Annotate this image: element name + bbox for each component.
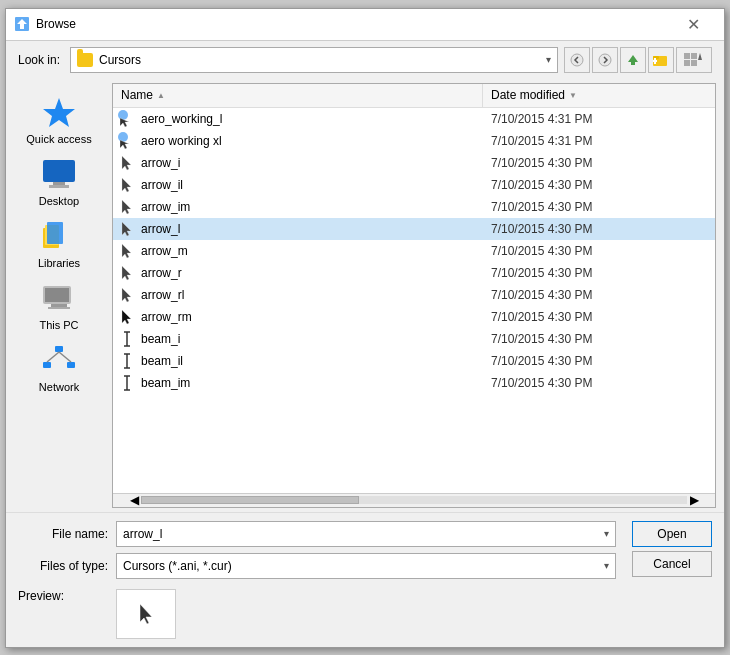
scroll-left-btn[interactable]: ◀ — [127, 493, 141, 507]
col-header-date[interactable]: Date modified ▼ — [483, 84, 715, 107]
cursor-arrow-icon — [117, 263, 137, 283]
svg-rect-20 — [51, 304, 67, 307]
cancel-button[interactable]: Cancel — [632, 551, 712, 577]
up-button[interactable] — [620, 47, 646, 73]
cursor-arrow-icon — [117, 175, 137, 195]
file-list-scroll[interactable]: aero_working_l 7/10/2015 4:31 PM aero wo… — [113, 108, 715, 493]
sidebar-item-quick-access[interactable]: Quick access — [14, 91, 104, 149]
sidebar-label: This PC — [39, 319, 78, 331]
cursor-arrow-icon — [117, 153, 137, 173]
desktop-icon — [39, 157, 79, 193]
file-name-cell: arrow_rl — [141, 288, 491, 302]
cursor-arrow-icon — [117, 219, 137, 239]
sidebar-item-this-pc[interactable]: This PC — [14, 277, 104, 335]
file-type-label: Files of type: — [18, 559, 108, 573]
table-row[interactable]: arrow_rl 7/10/2015 4:30 PM — [113, 284, 715, 306]
col-header-name[interactable]: Name ▲ — [113, 84, 483, 107]
table-row[interactable]: arrow_i 7/10/2015 4:30 PM — [113, 152, 715, 174]
views-button[interactable] — [676, 47, 712, 73]
browse-dialog: Browse ✕ Look in: Cursors ▾ — [5, 8, 725, 648]
open-button[interactable]: Open — [632, 521, 712, 547]
dialog-title: Browse — [36, 17, 670, 31]
action-buttons: Open Cancel — [632, 521, 712, 585]
look-in-label: Look in: — [18, 53, 60, 67]
new-folder-button[interactable] — [648, 47, 674, 73]
svg-rect-19 — [45, 288, 69, 302]
scroll-thumb[interactable] — [141, 496, 359, 504]
svg-rect-8 — [691, 53, 697, 59]
svg-rect-7 — [684, 53, 690, 59]
table-row[interactable]: arrow_r 7/10/2015 4:30 PM — [113, 262, 715, 284]
preview-box — [116, 589, 176, 639]
bottom-area: File name: ▾ Files of type: ▾ Open Canc — [6, 512, 724, 647]
svg-point-1 — [571, 54, 583, 66]
cursor-arrow-icon — [117, 241, 137, 261]
file-type-combo[interactable]: ▾ — [116, 553, 616, 579]
table-row[interactable]: beam_il 7/10/2015 4:30 PM — [113, 350, 715, 372]
file-type-input[interactable] — [123, 559, 604, 573]
file-name-cell: arrow_rm — [141, 310, 491, 324]
table-row[interactable]: aero_working_l 7/10/2015 4:31 PM — [113, 108, 715, 130]
file-name-cell: arrow_im — [141, 200, 491, 214]
sidebar-label: Network — [39, 381, 79, 393]
file-date-cell: 7/10/2015 4:30 PM — [491, 332, 711, 346]
file-date-cell: 7/10/2015 4:31 PM — [491, 112, 711, 126]
svg-line-25 — [47, 352, 59, 362]
network-icon — [39, 343, 79, 379]
file-name-combo[interactable]: ▾ — [116, 521, 616, 547]
computer-icon — [39, 281, 79, 317]
sort-arrow-icon: ▲ — [157, 91, 165, 100]
back-button[interactable] — [564, 47, 590, 73]
file-list-container: Name ▲ Date modified ▼ aero_working_l 7/… — [112, 83, 716, 508]
svg-rect-22 — [55, 346, 63, 352]
file-name-cell: arrow_i — [141, 156, 491, 170]
sort-arrow-date-icon: ▼ — [569, 91, 577, 100]
file-name-cell: arrow_r — [141, 266, 491, 280]
forms-and-buttons: File name: ▾ Files of type: ▾ Open Canc — [18, 521, 712, 585]
col-date-label: Date modified — [491, 88, 565, 102]
preview-label: Preview: — [18, 589, 108, 603]
file-name-cell: beam_i — [141, 332, 491, 346]
file-date-cell: 7/10/2015 4:30 PM — [491, 222, 711, 236]
folder-icon — [77, 53, 93, 67]
scroll-right-btn[interactable]: ▶ — [687, 493, 701, 507]
file-date-cell: 7/10/2015 4:30 PM — [491, 200, 711, 214]
forward-button[interactable] — [592, 47, 618, 73]
sidebar-label: Libraries — [38, 257, 80, 269]
scroll-track — [141, 496, 687, 504]
table-row[interactable]: beam_im 7/10/2015 4:30 PM — [113, 372, 715, 394]
horizontal-scrollbar[interactable]: ◀ ▶ — [113, 493, 715, 507]
sidebar-item-network[interactable]: Network — [14, 339, 104, 397]
table-row[interactable]: beam_i 7/10/2015 4:30 PM — [113, 328, 715, 350]
file-name-dropdown-icon[interactable]: ▾ — [604, 528, 609, 539]
form-fields: File name: ▾ Files of type: ▾ — [18, 521, 616, 585]
main-area: Quick access Desktop — [6, 79, 724, 512]
title-bar: Browse ✕ — [6, 9, 724, 41]
table-row[interactable]: arrow_m 7/10/2015 4:30 PM — [113, 240, 715, 262]
table-row[interactable]: arrow_rm 7/10/2015 4:30 PM — [113, 306, 715, 328]
table-row[interactable]: arrow_il 7/10/2015 4:30 PM — [113, 174, 715, 196]
cursor-ani-icon — [117, 131, 137, 151]
close-button[interactable]: ✕ — [670, 8, 716, 40]
file-type-row: Files of type: ▾ — [18, 553, 616, 579]
svg-rect-17 — [47, 222, 63, 244]
file-date-cell: 7/10/2015 4:30 PM — [491, 288, 711, 302]
look-in-combo[interactable]: Cursors ▾ — [70, 47, 558, 73]
table-row[interactable]: arrow_l 7/10/2015 4:30 PM — [113, 218, 715, 240]
svg-line-26 — [59, 352, 71, 362]
file-type-dropdown-icon[interactable]: ▾ — [604, 560, 609, 571]
sidebar-item-desktop[interactable]: Desktop — [14, 153, 104, 211]
svg-rect-24 — [67, 362, 75, 368]
file-date-cell: 7/10/2015 4:30 PM — [491, 244, 711, 258]
file-name-cell: beam_im — [141, 376, 491, 390]
file-name-cell: aero working xl — [141, 134, 491, 148]
table-row[interactable]: arrow_im 7/10/2015 4:30 PM — [113, 196, 715, 218]
file-name-input[interactable] — [123, 527, 604, 541]
table-row[interactable]: aero working xl 7/10/2015 4:31 PM — [113, 130, 715, 152]
sidebar-item-libraries[interactable]: Libraries — [14, 215, 104, 273]
file-date-cell: 7/10/2015 4:30 PM — [491, 178, 711, 192]
svg-rect-12 — [43, 160, 75, 182]
svg-rect-21 — [48, 307, 70, 309]
cursor-arrow-icon — [117, 285, 137, 305]
file-name-label: File name: — [18, 527, 108, 541]
